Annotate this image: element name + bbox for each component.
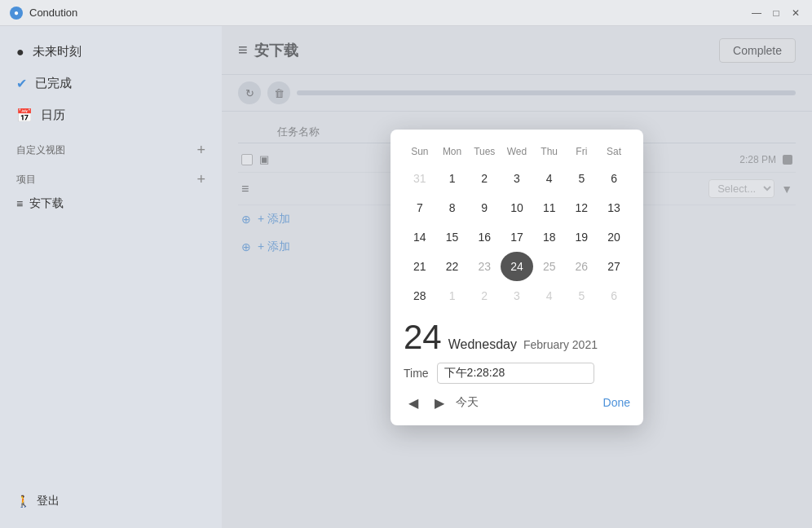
cal-prev-button[interactable]: ◀ [404, 394, 423, 412]
calendar-day[interactable]: 6 [598, 281, 630, 310]
sidebar-item-label: 日历 [41, 108, 65, 123]
sidebar-project-downloads[interactable]: ≡ 安下载 [0, 190, 222, 218]
calendar-day[interactable]: 1 [436, 281, 469, 310]
upcoming-icon: ● [16, 45, 24, 59]
calendar-day[interactable]: 28 [404, 281, 436, 310]
maximize-button[interactable]: □ [770, 7, 783, 20]
project-label: 安下载 [29, 196, 64, 211]
logout-button[interactable]: 🚶 登出 [0, 484, 222, 518]
cal-month-year: February 2021 [523, 338, 598, 351]
calendar-day[interactable]: 14 [404, 222, 436, 252]
calendar-day[interactable]: 11 [533, 193, 566, 222]
calendar-day[interactable]: 3 [501, 281, 533, 310]
cal-nav-group: ◀ ▶ 今天 [404, 394, 479, 412]
calendar-day[interactable]: 16 [468, 222, 501, 252]
calendar-day[interactable]: 21 [404, 252, 436, 281]
calendar-day[interactable]: 19 [566, 222, 598, 252]
cal-done-button[interactable]: Done [603, 396, 630, 409]
cal-footer: ◀ ▶ 今天 Done [404, 394, 630, 412]
calendar-overlay: Sun Mon Tues Wed Thu Fri Sat 31123456789… [222, 26, 812, 528]
calendar-day[interactable]: 27 [598, 252, 630, 281]
main-layout: ● 未来时刻 ✔ 已完成 📅 日历 自定义视图 + 项目 + ≡ 安下载 🚶 登… [0, 26, 812, 528]
logout-icon: 🚶 [16, 495, 30, 508]
time-input[interactable] [437, 363, 594, 384]
calendar-day[interactable]: 2 [468, 281, 501, 310]
project-icon: ≡ [16, 197, 23, 210]
calendar-day[interactable]: 1 [436, 164, 469, 193]
sidebar-item-calendar[interactable]: 📅 日历 [0, 99, 222, 131]
minimize-button[interactable]: — [750, 7, 763, 20]
section-label: 项目 [16, 173, 36, 187]
sidebar-section-custom-views: 自定义视图 + [0, 136, 222, 161]
col-sat: Sat [598, 143, 630, 164]
logout-label: 登出 [37, 494, 60, 508]
col-tues: Tues [468, 143, 501, 164]
calendar-day[interactable]: 4 [533, 164, 566, 193]
cal-time-row: Time [404, 363, 630, 384]
calendar-icon: 📅 [16, 108, 33, 123]
section-label: 自定义视图 [16, 143, 65, 157]
time-label: Time [404, 367, 429, 380]
calendar-day[interactable]: 26 [566, 252, 598, 281]
add-project-button[interactable]: + [196, 172, 205, 187]
calendar-popup: Sun Mon Tues Wed Thu Fri Sat 31123456789… [391, 130, 643, 425]
calendar-grid: Sun Mon Tues Wed Thu Fri Sat 31123456789… [404, 143, 630, 310]
app-icon: ● [10, 7, 23, 20]
calendar-day[interactable]: 17 [501, 222, 533, 252]
calendar-day[interactable]: 20 [598, 222, 630, 252]
calendar-day[interactable]: 10 [501, 193, 533, 222]
cal-next-button[interactable]: ▶ [430, 394, 449, 412]
sidebar: ● 未来时刻 ✔ 已完成 📅 日历 自定义视图 + 项目 + ≡ 安下载 🚶 登… [0, 26, 222, 528]
calendar-day[interactable]: 3 [501, 164, 533, 193]
calendar-day[interactable]: 8 [436, 193, 469, 222]
col-wed: Wed [501, 143, 533, 164]
sidebar-item-label: 已完成 [35, 76, 72, 91]
col-thu: Thu [533, 143, 566, 164]
calendar-day[interactable]: 24 [501, 252, 533, 281]
add-custom-view-button[interactable]: + [196, 143, 205, 157]
cal-day-name: Wednesday [448, 337, 517, 352]
calendar-day[interactable]: 2 [468, 164, 501, 193]
calendar-day[interactable]: 13 [598, 193, 630, 222]
col-sun: Sun [404, 143, 436, 164]
calendar-day[interactable]: 23 [468, 252, 501, 281]
sidebar-item-completed[interactable]: ✔ 已完成 [0, 68, 222, 99]
sidebar-section-projects: 项目 + [0, 165, 222, 190]
cal-big-date: 24 [404, 320, 442, 354]
calendar-day[interactable]: 31 [404, 164, 436, 193]
col-mon: Mon [436, 143, 469, 164]
completed-icon: ✔ [16, 76, 27, 91]
calendar-day[interactable]: 5 [566, 164, 598, 193]
content-area: ≡ 安下载 Complete ↻ 🗑 任务名称 ▣ 2:28 PM [222, 26, 812, 528]
calendar-day[interactable]: 4 [533, 281, 566, 310]
calendar-day[interactable]: 12 [566, 193, 598, 222]
app-title: Condution [29, 7, 750, 19]
calendar-day[interactable]: 15 [436, 222, 469, 252]
col-fri: Fri [566, 143, 598, 164]
titlebar: ● Condution — □ ✕ [0, 0, 812, 26]
cal-date-display: 24 Wednesday February 2021 [404, 320, 630, 354]
close-button[interactable]: ✕ [789, 7, 802, 20]
calendar-day[interactable]: 9 [468, 193, 501, 222]
cal-today-button[interactable]: 今天 [456, 395, 479, 410]
window-controls: — □ ✕ [750, 7, 802, 20]
calendar-day[interactable]: 22 [436, 252, 469, 281]
calendar-day[interactable]: 25 [533, 252, 566, 281]
sidebar-item-upcoming[interactable]: ● 未来时刻 [0, 36, 222, 68]
calendar-day[interactable]: 5 [566, 281, 598, 310]
calendar-day[interactable]: 6 [598, 164, 630, 193]
calendar-day[interactable]: 7 [404, 193, 436, 222]
calendar-day[interactable]: 18 [533, 222, 566, 252]
sidebar-item-label: 未来时刻 [33, 44, 82, 59]
